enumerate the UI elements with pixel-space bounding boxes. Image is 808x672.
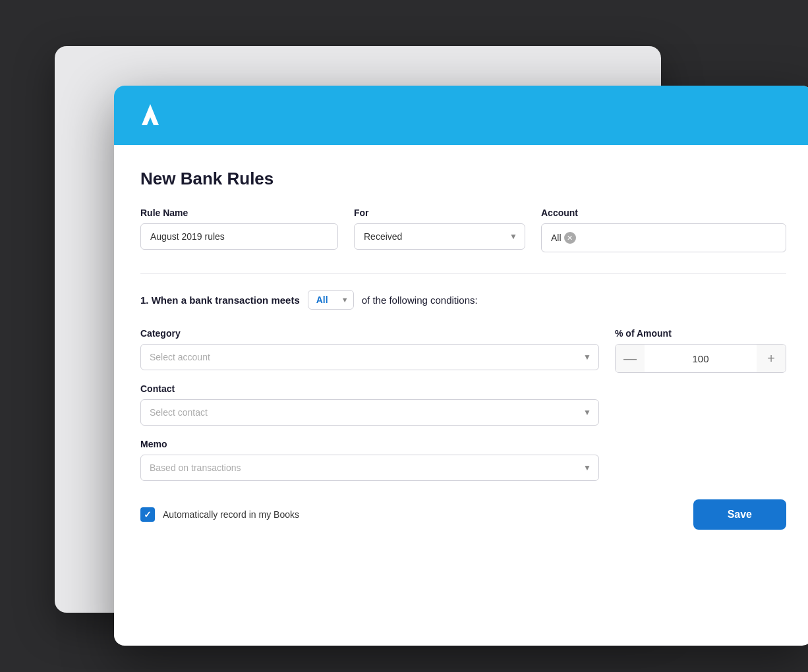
contact-select[interactable]: [140, 399, 599, 426]
condition-prefix: 1. When a bank transaction meets: [140, 294, 300, 306]
top-row: Rule Name For Received Spent ▼ Account: [140, 208, 786, 252]
condition-row: 1. When a bank transaction meets All Any…: [140, 290, 786, 310]
account-tag-text: All: [551, 233, 562, 243]
amount-label: % of Amount: [615, 328, 786, 339]
account-tag-close-button[interactable]: ✕: [564, 232, 576, 244]
auto-record-row: ✓ Automatically record in my Books: [140, 507, 299, 522]
two-col-section: Category ▼ Select account Contact: [140, 328, 786, 481]
condition-select-wrapper: All Any ▼: [308, 290, 354, 310]
main-card: New Bank Rules Rule Name For Received Sp…: [114, 86, 808, 646]
account-label: Account: [541, 208, 786, 218]
account-tag: All ✕: [551, 232, 576, 244]
header-bar: [114, 86, 808, 145]
rule-name-label: Rule Name: [140, 208, 338, 218]
contact-select-wrapper: ▼ Select contact: [140, 399, 599, 426]
content-area: New Bank Rules Rule Name For Received Sp…: [114, 145, 808, 553]
section-divider: [140, 273, 786, 274]
rule-name-input[interactable]: [140, 223, 338, 250]
for-field-group: For Received Spent ▼: [354, 208, 525, 250]
account-field-group: Account All ✕: [541, 208, 786, 252]
amount-control: — 100 +: [615, 344, 786, 373]
memo-select-wrapper: ▼ Based on transactions: [140, 455, 599, 481]
category-select-wrapper: ▼ Select account: [140, 344, 599, 370]
contact-group: Contact ▼ Select contact: [140, 383, 599, 426]
account-input-wrapper: All ✕: [541, 223, 786, 252]
plus-icon: +: [767, 351, 775, 366]
logo-icon: [135, 100, 165, 130]
left-column: Category ▼ Select account Contact: [140, 328, 599, 481]
amount-decrease-button[interactable]: —: [616, 345, 645, 372]
category-group: Category ▼ Select account: [140, 328, 599, 370]
for-select-wrapper: Received Spent ▼: [354, 223, 525, 250]
memo-label: Memo: [140, 439, 599, 449]
memo-group: Memo ▼ Based on transactions: [140, 439, 599, 481]
checkmark-icon: ✓: [144, 509, 152, 520]
rule-name-group: Rule Name: [140, 208, 338, 250]
category-label: Category: [140, 328, 599, 339]
condition-suffix: of the following conditions:: [362, 294, 478, 306]
minus-icon: —: [623, 351, 637, 366]
for-label: For: [354, 208, 525, 218]
contact-label: Contact: [140, 383, 599, 394]
category-select[interactable]: [140, 344, 599, 370]
amount-value: 100: [645, 353, 757, 364]
bottom-row: ✓ Automatically record in my Books Save: [140, 499, 786, 530]
save-button[interactable]: Save: [693, 499, 786, 530]
for-select[interactable]: Received Spent: [354, 223, 525, 250]
page-title: New Bank Rules: [140, 169, 786, 189]
memo-select[interactable]: [140, 455, 599, 481]
right-column: % of Amount — 100 +: [615, 328, 786, 373]
amount-increase-button[interactable]: +: [757, 345, 786, 372]
auto-record-label: Automatically record in my Books: [163, 509, 299, 520]
condition-select[interactable]: All Any: [308, 290, 354, 310]
auto-record-checkbox[interactable]: ✓: [140, 507, 155, 522]
